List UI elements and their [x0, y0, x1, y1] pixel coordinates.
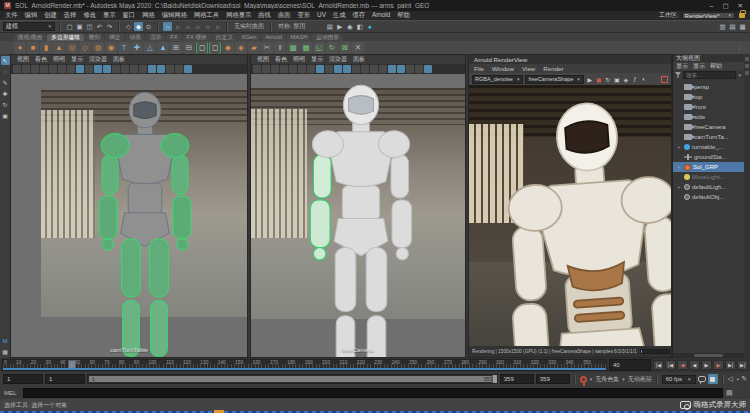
multi-cut-icon[interactable]: ✂: [261, 42, 273, 54]
range-slider-handle[interactable]: [492, 375, 497, 383]
step-forward-key-button[interactable]: ▶: [713, 360, 724, 370]
viewport-toolbar-icon[interactable]: [139, 65, 147, 73]
range-slider-bar[interactable]: 1 359: [89, 376, 496, 382]
anim-layer-dropdown[interactable]: ▼ 无动画层: [621, 375, 651, 384]
viewport-menu-item[interactable]: 视图: [257, 55, 269, 64]
outliner-item[interactable]: top: [673, 92, 744, 102]
pencil-icon[interactable]: ✎: [741, 375, 747, 383]
arnold-render-image[interactable]: [469, 85, 671, 346]
viewport-toolbar-icon[interactable]: [94, 65, 102, 73]
menu-item[interactable]: 变形: [298, 11, 311, 20]
viewport-toolbar-icon[interactable]: [184, 65, 192, 73]
scrollbar-thumb[interactable]: [694, 354, 722, 357]
viewport-toolbar-icon[interactable]: [325, 65, 333, 73]
viewport-menu-item[interactable]: 显示: [71, 55, 83, 64]
viewport-toolbar-icon[interactable]: [343, 65, 351, 73]
bridge-icon[interactable]: ▰: [248, 42, 260, 54]
play-forwards-button[interactable]: ▶: [701, 360, 712, 370]
stop-render-icon[interactable]: ◼: [595, 76, 603, 83]
channel-box-toggle-icon[interactable]: ▦: [738, 22, 747, 31]
viewport-toolbar-icon[interactable]: [103, 65, 111, 73]
filter-icon[interactable]: [675, 72, 681, 78]
snap-live-object-icon[interactable]: ∩: [213, 22, 222, 31]
command-language-label[interactable]: MEL: [4, 390, 20, 396]
outliner-item[interactable]: + defaultLigh...: [673, 182, 744, 192]
viewport-toolbar-icon[interactable]: [253, 65, 261, 73]
viewport-menu-item[interactable]: 渲染器: [329, 55, 347, 64]
outliner-item[interactable]: groundSta...: [673, 152, 744, 162]
menu-item[interactable]: 文件: [5, 11, 18, 20]
arnold-renderview-icon[interactable]: ●: [365, 22, 374, 31]
range-slider-track[interactable]: 1 359: [87, 374, 498, 384]
undo-icon[interactable]: ↶: [95, 22, 104, 31]
arnold-menu-item[interactable]: View: [522, 65, 535, 72]
poly-disc-icon[interactable]: ◍: [92, 42, 104, 54]
viewport-toolbar-icon[interactable]: [370, 65, 378, 73]
aov-dropdown[interactable]: RGBA_denoise ▼: [472, 75, 523, 84]
shelf-tab[interactable]: 运动图形: [312, 34, 343, 41]
live-surface-dropdown[interactable]: 无实时曲面: [232, 22, 266, 31]
poly-torus-icon[interactable]: ◎: [66, 42, 78, 54]
shelf-tab[interactable]: 绑定: [105, 34, 124, 41]
expand-icon[interactable]: +: [676, 144, 682, 150]
menu-item[interactable]: 曲线: [258, 11, 271, 20]
menu-item[interactable]: 窗口: [123, 11, 136, 20]
exposure-icon[interactable]: ƒ: [631, 76, 639, 82]
tool-settings-tab-icon[interactable]: [745, 64, 749, 68]
channel-box-tab-icon[interactable]: [745, 71, 749, 75]
viewport-toolbar-icon[interactable]: [85, 65, 93, 73]
viewport-toolbar-icon[interactable]: [280, 65, 288, 73]
go-to-end-button[interactable]: ▶|: [737, 360, 748, 370]
outliner-item[interactable]: defaultObj...: [673, 192, 744, 202]
viewport-toolbar-icon[interactable]: [298, 65, 306, 73]
viewport-toolbar-icon[interactable]: [49, 65, 57, 73]
viewport-menu-item[interactable]: 照明: [293, 55, 305, 64]
viewport-toolbar-icon[interactable]: [397, 65, 405, 73]
poly-plane-icon[interactable]: ◇: [79, 42, 91, 54]
viewport-toolbar-icon[interactable]: [271, 65, 279, 73]
outliner-item[interactable]: camTurnTa...: [673, 132, 744, 142]
viewport-toolbar-icon[interactable]: [148, 65, 156, 73]
maya-logo-icon[interactable]: M: [1, 336, 10, 345]
subdivide-icon[interactable]: ◻: [209, 42, 221, 54]
viewport-menu-item[interactable]: 显示: [311, 55, 323, 64]
menu-item[interactable]: UV: [317, 11, 326, 20]
expand-icon[interactable]: +: [676, 184, 682, 190]
select-component-icon[interactable]: ⊙: [144, 22, 153, 31]
attribute-editor-tab-icon[interactable]: [745, 57, 749, 61]
outliner-item[interactable]: MoveLight...: [673, 172, 744, 182]
layout-shortcut-icon[interactable]: ▦: [1, 347, 10, 356]
shelf-tab[interactable]: FX: [166, 34, 181, 41]
shelf-tab[interactable]: 自定义: [212, 34, 237, 41]
outliner-item[interactable]: + Sol_GRP: [673, 162, 744, 172]
render-current-frame-icon[interactable]: ▶: [335, 22, 344, 31]
outliner-item[interactable]: front: [673, 102, 744, 112]
viewport-toolbar-icon[interactable]: [388, 65, 396, 73]
ipr-render-icon[interactable]: ◉: [345, 22, 354, 31]
render-camera-dropdown[interactable]: freeCameraShape ▼: [525, 75, 583, 84]
viewport-toolbar-icon[interactable]: [31, 65, 39, 73]
arnold-menu-item[interactable]: File: [474, 65, 484, 72]
expand-icon[interactable]: +: [676, 164, 682, 170]
mute-speaker-icon[interactable]: ◁: [728, 375, 733, 383]
open-render-view-icon[interactable]: ▤: [325, 22, 334, 31]
menu-item[interactable]: 网格显示: [226, 11, 251, 20]
menu-item[interactable]: 缓存: [352, 11, 365, 20]
menu-item[interactable]: 曲面: [278, 11, 291, 20]
symmetry-modeling-icon[interactable]: ▲: [157, 42, 169, 54]
scale-tool-icon[interactable]: ▣: [1, 111, 10, 120]
playback-start-field[interactable]: 1: [45, 374, 85, 384]
save-scene-icon[interactable]: ◫: [85, 22, 94, 31]
menu-item[interactable]: Arnold: [372, 11, 390, 20]
menu-item[interactable]: 选择: [64, 11, 77, 20]
time-slider-track[interactable]: 0102030405060708090100110120130140150160…: [2, 359, 607, 371]
poly-sphere-icon[interactable]: ●: [14, 42, 26, 54]
shelf-tab[interactable]: Arnold: [261, 34, 285, 41]
render-settings-icon[interactable]: ◧: [355, 22, 364, 31]
mirror-icon[interactable]: ↻: [326, 42, 338, 54]
boolean-difference-icon[interactable]: ▦: [300, 42, 312, 54]
shelf-tab[interactable]: 多边形建模: [47, 34, 83, 41]
animation-end-field[interactable]: 359: [536, 374, 570, 384]
viewport-menu-item[interactable]: 面板: [353, 55, 365, 64]
outliner-item[interactable]: + turntable_...: [673, 142, 744, 152]
